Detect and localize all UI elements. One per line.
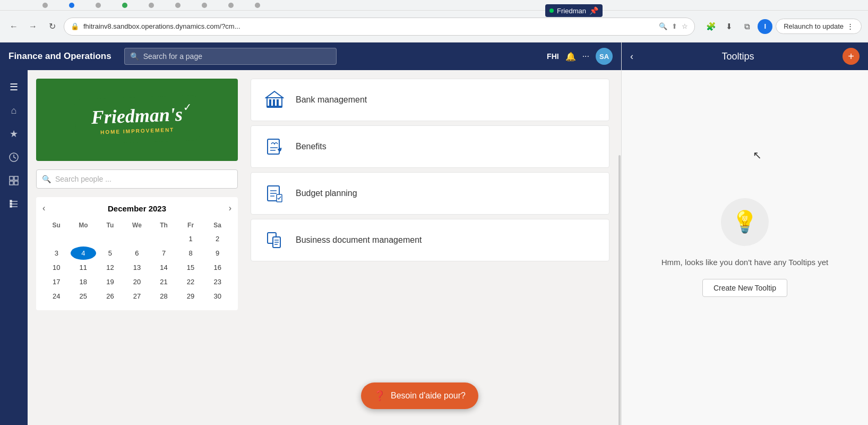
cal-day-21[interactable]: 21 (151, 275, 177, 288)
tab-dot-4 (122, 3, 127, 8)
browser-profile[interactable]: I (758, 19, 772, 34)
cal-day-empty (44, 232, 70, 245)
search-people-input[interactable]: 🔍 Search people ... (36, 169, 238, 189)
cal-day-4[interactable]: 4 (71, 246, 97, 260)
brand-subtitle: HOME IMPROVEMENT (100, 126, 175, 135)
svg-marker-12 (266, 91, 283, 98)
window-split-button[interactable]: ⧉ (740, 19, 754, 34)
module-card-benefits[interactable]: Benefits (251, 125, 609, 168)
cal-day-13[interactable]: 13 (124, 261, 150, 274)
tab-dot-5 (149, 3, 154, 8)
cal-day-24[interactable]: 24 (44, 290, 70, 303)
cal-dow-th: Th (151, 219, 177, 231)
tooltips-empty-icon-circle: 💡 (721, 198, 769, 246)
cal-day-22[interactable]: 22 (178, 275, 204, 288)
address-bar[interactable]: 🔒 fhitrainv8.sandbox.operations.dynamics… (64, 18, 695, 36)
svg-rect-15 (277, 99, 279, 106)
tab-dot-8 (228, 3, 234, 8)
search-people-placeholder: Search people ... (55, 175, 111, 183)
business-document-management-icon (264, 231, 285, 250)
budget-planning-label: Budget planning (296, 189, 357, 198)
calendar-prev-button[interactable]: ‹ (42, 203, 45, 213)
relaunch-button[interactable]: Relaunch to update ⋮ (776, 19, 862, 34)
cal-day-26[interactable]: 26 (97, 290, 123, 303)
user-avatar[interactable]: SA (596, 48, 613, 65)
cal-day-5[interactable]: 5 (97, 246, 123, 260)
cal-day-15[interactable]: 15 (178, 261, 204, 274)
cal-day-17[interactable]: 17 (44, 275, 70, 288)
cal-day-8[interactable]: 8 (178, 246, 204, 260)
tooltips-empty-message: Hmm, looks like you don't have any Toolt… (661, 257, 828, 269)
cal-day-16[interactable]: 16 (204, 261, 230, 274)
cal-day-10[interactable]: 10 (44, 261, 70, 274)
left-sidebar: ☰ ⌂ ★ (0, 70, 28, 425)
cal-day-29[interactable]: 29 (178, 290, 204, 303)
business-document-management-label: Business document management (296, 235, 422, 245)
help-icon: ❓ (374, 390, 385, 402)
cal-day-2[interactable]: 2 (204, 232, 230, 245)
calendar-next-button[interactable]: › (229, 203, 231, 213)
cal-day-27[interactable]: 27 (124, 290, 150, 303)
extensions-button[interactable]: 🧩 (703, 19, 718, 34)
cal-day-empty (151, 232, 177, 245)
cal-day-7[interactable]: 7 (151, 246, 177, 260)
search-people-icon: 🔍 (42, 175, 51, 183)
back-button[interactable]: ← (6, 19, 21, 34)
url-text: fhitrainv8.sandbox.operations.dynamics.c… (83, 22, 655, 30)
sidebar-item-recent[interactable] (3, 147, 24, 168)
create-tooltip-button[interactable]: Create New Tooltip (702, 279, 787, 297)
app-title: Finance and Operations (8, 51, 111, 62)
module-card-business-document-management[interactable]: Business document management (251, 219, 609, 261)
module-card-budget-planning[interactable]: Budget planning (251, 172, 609, 215)
cal-day-11[interactable]: 11 (71, 261, 97, 274)
company-logo: Friedman's ✓ HOME IMPROVEMENT (36, 79, 238, 161)
cal-dow-tu: Tu (97, 219, 123, 231)
tooltips-empty-state: ↖ 💡 Hmm, looks like you don't have any T… (622, 70, 868, 425)
calendar-grid: SuMoTuWeThFrSa 1234567891011121314151617… (42, 218, 231, 304)
cal-day-empty (97, 232, 123, 245)
reload-button[interactable]: ↻ (45, 19, 59, 34)
tooltips-add-button[interactable]: + (843, 48, 860, 65)
svg-rect-17 (268, 139, 279, 154)
scrollbar[interactable] (618, 155, 621, 425)
sidebar-item-favorites[interactable]: ★ (3, 123, 24, 144)
help-button[interactable]: ❓ Besoin d'aide pour? (361, 382, 478, 409)
svg-rect-3 (10, 181, 13, 185)
sidebar-item-menu[interactable]: ☰ (3, 76, 24, 98)
cal-day-25[interactable]: 25 (71, 290, 97, 303)
cal-day-23[interactable]: 23 (204, 275, 230, 288)
cal-day-12[interactable]: 12 (97, 261, 123, 274)
tooltips-back-button[interactable]: ‹ (630, 51, 633, 62)
sidebar-item-workspaces[interactable] (3, 170, 24, 191)
svg-rect-10 (10, 206, 12, 207)
more-options-button[interactable]: ··· (582, 52, 589, 61)
svg-rect-1 (10, 176, 13, 180)
calendar: ‹ December 2023 › SuMoTuWeThFrSa 1234567… (36, 197, 238, 310)
help-label: Besoin d'aide pour? (391, 391, 466, 401)
cal-dow-we: We (124, 219, 150, 231)
lightbulb-icon: 💡 (732, 209, 758, 234)
cal-day-14[interactable]: 14 (151, 261, 177, 274)
cal-day-18[interactable]: 18 (71, 275, 97, 288)
notifications-button[interactable]: 🔔 (565, 52, 576, 62)
cal-day-9[interactable]: 9 (204, 246, 230, 260)
module-card-bank-management[interactable]: Bank management (251, 79, 609, 121)
sidebar-item-home[interactable]: ⌂ (3, 100, 24, 121)
cal-day-6[interactable]: 6 (124, 246, 150, 260)
cal-day-20[interactable]: 20 (124, 275, 150, 288)
svg-rect-9 (10, 203, 12, 205)
page-search-bar[interactable]: 🔍 Search for a page (124, 48, 337, 65)
plus-icon: + (848, 50, 854, 63)
cal-day-28[interactable]: 28 (151, 290, 177, 303)
cal-day-3[interactable]: 3 (44, 246, 70, 260)
cal-day-19[interactable]: 19 (97, 275, 123, 288)
downloads-button[interactable]: ⬇ (721, 19, 736, 34)
cal-day-30[interactable]: 30 (204, 290, 230, 303)
tab-dot-9 (255, 3, 260, 8)
cal-day-1[interactable]: 1 (178, 232, 204, 245)
svg-rect-14 (273, 99, 275, 106)
sidebar-item-list[interactable] (3, 193, 24, 215)
bookmark-icon: ☆ (682, 22, 688, 30)
bank-management-label: Bank management (296, 95, 367, 105)
forward-button[interactable]: → (25, 19, 40, 34)
